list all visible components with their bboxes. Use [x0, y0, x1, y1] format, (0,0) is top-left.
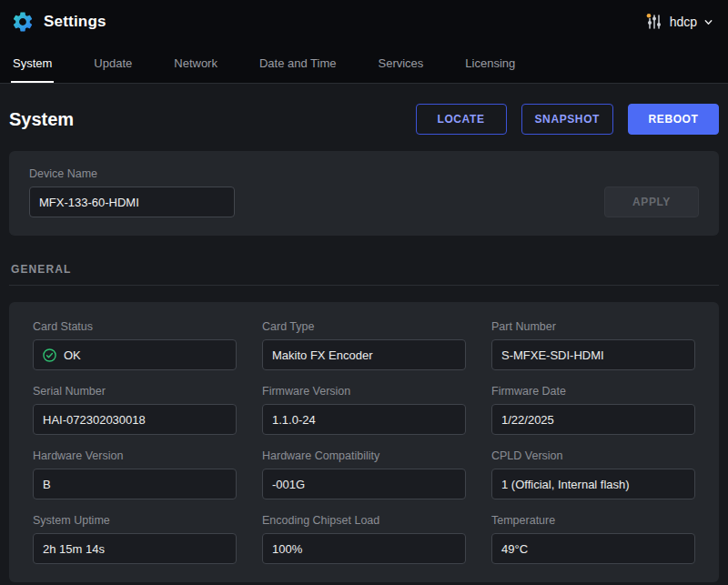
reboot-button[interactable]: REBOOT: [628, 104, 719, 135]
field-value-box: HAI-072302030018: [33, 404, 237, 435]
field-label: Encoding Chipset Load: [262, 514, 466, 527]
tab-services[interactable]: Services: [377, 44, 426, 83]
field-value-box: 2h 15m 14s: [33, 533, 237, 564]
top-bar: Settings hdcp: [0, 0, 728, 44]
main-content: System LOCATE SNAPSHOT REBOOT Device Nam…: [0, 104, 728, 582]
tab-update[interactable]: Update: [92, 44, 134, 83]
user-menu[interactable]: hdcp: [645, 13, 713, 31]
field-label: Hardware Compatibility: [262, 449, 466, 462]
snapshot-button[interactable]: SNAPSHOT: [521, 104, 613, 135]
top-bar-left: Settings: [11, 10, 106, 34]
field-system-uptime: System Uptime 2h 15m 14s: [33, 514, 237, 564]
field-value: HAI-072302030018: [43, 413, 146, 427]
field-value-box: 100%: [262, 533, 466, 564]
field-card-type: Card Type Makito FX Encoder: [262, 320, 466, 370]
field-value: Makito FX Encoder: [272, 348, 373, 362]
field-value: 1 (Official, Internal flash): [501, 478, 630, 491]
field-value-box: 1 (Official, Internal flash): [491, 469, 695, 499]
field-label: Firmware Date: [491, 385, 695, 398]
field-label: Temperature: [491, 514, 695, 527]
app-title: Settings: [44, 13, 106, 31]
field-label: Card Status: [33, 320, 237, 333]
field-value-box: -001G: [262, 469, 466, 499]
settings-gear-icon: [11, 10, 35, 34]
field-temperature: Temperature 49°C: [491, 514, 695, 564]
user-menu-label: hdcp: [670, 15, 697, 29]
field-firmware-date: Firmware Date 1/22/2025: [491, 385, 695, 435]
page-title: System: [9, 109, 74, 130]
device-name-label: Device Name: [29, 167, 235, 180]
field-value: OK: [64, 348, 81, 362]
field-value: -001G: [272, 478, 305, 491]
tab-date-and-time[interactable]: Date and Time: [258, 44, 339, 83]
field-value-box: 1.1.0-24: [262, 404, 466, 435]
field-value: 1.1.0-24: [272, 413, 316, 427]
field-label: Serial Number: [33, 385, 237, 398]
apply-button[interactable]: APPLY: [604, 187, 699, 217]
device-name-input[interactable]: [29, 187, 235, 217]
settings-tabs: System Update Network Date and Time Serv…: [0, 44, 728, 84]
tab-network[interactable]: Network: [172, 44, 219, 83]
device-name-field: Device Name: [29, 167, 235, 217]
field-value-box: Makito FX Encoder: [262, 339, 466, 370]
field-cpld-version: CPLD Version 1 (Official, Internal flash…: [491, 449, 695, 499]
tab-licensing[interactable]: Licensing: [463, 44, 517, 83]
hdcp-sliders-icon: [645, 13, 663, 31]
field-value: B: [43, 478, 51, 491]
page-header: System LOCATE SNAPSHOT REBOOT: [9, 104, 719, 135]
tab-system[interactable]: System: [11, 44, 54, 83]
field-value: 1/22/2025: [501, 413, 554, 427]
field-hardware-version: Hardware Version B: [33, 449, 237, 499]
field-value: 2h 15m 14s: [43, 542, 105, 556]
locate-button[interactable]: LOCATE: [416, 104, 507, 135]
field-label: Firmware Version: [262, 385, 466, 398]
field-serial-number: Serial Number HAI-072302030018: [33, 385, 237, 435]
field-label: Part Number: [491, 320, 695, 333]
chevron-down-icon: [703, 17, 713, 27]
field-card-status: Card Status OK: [33, 320, 237, 370]
field-label: Hardware Version: [33, 449, 237, 462]
field-value: 49°C: [501, 542, 528, 556]
check-circle-icon: [43, 348, 56, 362]
general-section-title: GENERAL: [9, 263, 719, 286]
field-hardware-compatibility: Hardware Compatibility -001G: [262, 449, 466, 499]
field-encoding-chipset-load: Encoding Chipset Load 100%: [262, 514, 466, 564]
field-value-box: B: [33, 469, 237, 499]
field-value-box: 1/22/2025: [491, 404, 695, 435]
device-name-panel: Device Name APPLY: [9, 151, 719, 236]
field-firmware-version: Firmware Version 1.1.0-24: [262, 385, 466, 435]
field-value-box: OK: [33, 339, 237, 370]
field-label: Card Type: [262, 320, 466, 333]
general-panel: Card Status OK Card Type Makito FX Encod…: [9, 302, 719, 582]
page-actions: LOCATE SNAPSHOT REBOOT: [416, 104, 719, 135]
field-value-box: S-MFXE-SDI-HDMI: [491, 339, 695, 370]
field-value-box: 49°C: [491, 533, 695, 564]
field-label: CPLD Version: [491, 449, 695, 462]
field-label: System Uptime: [33, 514, 237, 527]
field-value: 100%: [272, 542, 302, 556]
settings-app: Settings hdcp: [0, 0, 728, 585]
field-part-number: Part Number S-MFXE-SDI-HDMI: [491, 320, 695, 370]
field-value: S-MFXE-SDI-HDMI: [501, 348, 604, 362]
